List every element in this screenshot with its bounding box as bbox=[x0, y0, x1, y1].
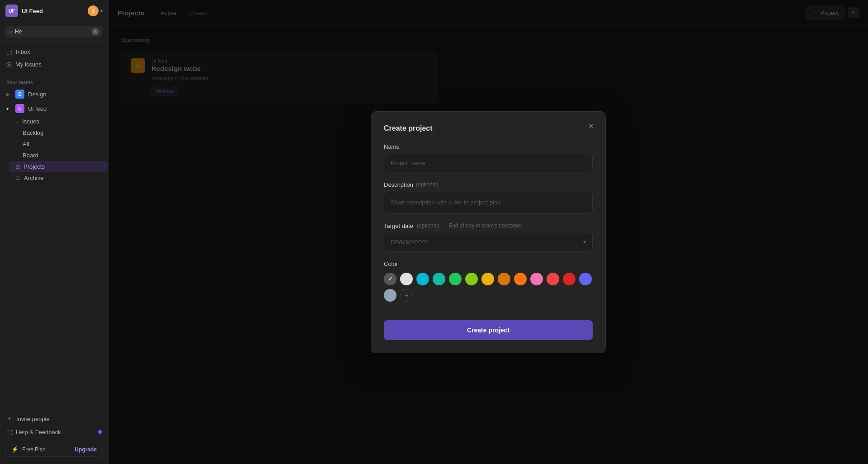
invite-label: Invite people bbox=[16, 416, 50, 422]
color-swatch-indigo[interactable] bbox=[579, 273, 592, 285]
workspace-icon: UF bbox=[5, 5, 18, 17]
modal-title: Create project bbox=[384, 124, 593, 133]
name-form-group: Name bbox=[384, 143, 593, 172]
date-picker-button[interactable]: DD/MM/YYYY ▾ bbox=[384, 233, 593, 251]
plus-icon: ＋ bbox=[6, 415, 13, 423]
color-swatch-red[interactable] bbox=[547, 273, 559, 285]
sidebar-footer: ＋ Invite people ⬚ Help & Feedback ⚡ Free… bbox=[0, 408, 108, 464]
plan-icon: ⚡ bbox=[11, 446, 19, 453]
search-input-wrap[interactable]: ⌕ He ✕ bbox=[5, 26, 103, 38]
name-label: Name bbox=[384, 143, 593, 150]
archive-icon: ☰ bbox=[15, 175, 20, 181]
issues-icon: ○ bbox=[15, 118, 19, 125]
sidebar-item-uifeed-team[interactable]: ▾ U Ui feed bbox=[0, 101, 108, 116]
avatar[interactable]: J bbox=[88, 5, 99, 16]
target-date-optional: (optional) bbox=[417, 223, 439, 229]
upgrade-button[interactable]: Upgrade bbox=[75, 446, 97, 453]
sidebar-item-backlog[interactable]: Backlog bbox=[16, 127, 108, 138]
all-label: All bbox=[23, 141, 29, 147]
uifeed-sub-nav: ○ Issues Backlog All Board ⊞ Projects ☰ … bbox=[9, 116, 108, 184]
expand-icon: ▶ bbox=[6, 92, 12, 97]
target-date-label: Target date bbox=[384, 223, 413, 229]
search-icon: ⌕ bbox=[9, 28, 12, 35]
backlog-label: Backlog bbox=[23, 129, 43, 136]
sidebar-header: UF UI Feed J ▾ bbox=[0, 0, 108, 22]
color-custom-add-button[interactable]: ＋ bbox=[400, 289, 413, 302]
my-issues-icon: ◎ bbox=[6, 61, 12, 68]
issues-label: Issues bbox=[22, 118, 39, 125]
color-form-group: Color ＋ bbox=[384, 260, 593, 302]
upgrade-banner: ⚡ Free Plan Upgrade bbox=[5, 442, 103, 457]
sidebar-item-issues[interactable]: ○ Issues bbox=[9, 116, 108, 127]
color-swatch-green[interactable] bbox=[449, 273, 462, 285]
date-chevron-icon: ▾ bbox=[583, 239, 586, 245]
sidebar: UF UI Feed J ▾ ⌕ He ✕ ⬚ Inbox ◎ My issue… bbox=[0, 0, 108, 464]
color-swatch-amber[interactable] bbox=[498, 273, 510, 285]
project-description-input[interactable] bbox=[384, 192, 593, 213]
color-label: Color bbox=[384, 260, 593, 267]
uifeed-team-icon: U bbox=[15, 104, 24, 113]
projects-icon: ⊞ bbox=[15, 164, 20, 170]
target-date-label-row: Target date (optional) - End of day in t… bbox=[384, 223, 593, 229]
color-swatch-lime[interactable] bbox=[465, 273, 478, 285]
color-swatch-slate[interactable] bbox=[384, 289, 396, 302]
sidebar-nav: ⬚ Inbox ◎ My issues bbox=[0, 42, 108, 74]
target-date-timezone-info: End of day in team's timezone bbox=[448, 223, 521, 229]
target-date-form-group: Target date (optional) - End of day in t… bbox=[384, 223, 593, 251]
search-value: He bbox=[15, 28, 89, 35]
help-label: Help & Feedback bbox=[16, 429, 61, 436]
plan-label: Free Plan bbox=[22, 446, 46, 453]
workspace-name: UI Feed bbox=[22, 8, 84, 14]
sidebar-item-all[interactable]: All bbox=[16, 138, 108, 150]
uifeed-team-label: Ui feed bbox=[28, 105, 47, 112]
sidebar-item-inbox[interactable]: ⬚ Inbox bbox=[0, 45, 108, 58]
inbox-icon: ⬚ bbox=[6, 48, 12, 55]
sidebar-item-board[interactable]: Board bbox=[16, 150, 108, 161]
color-swatch-white[interactable] bbox=[400, 273, 413, 285]
color-swatch-dark-red[interactable] bbox=[563, 273, 576, 285]
search-bar: ⌕ He ✕ bbox=[0, 22, 108, 42]
design-team-label: Design bbox=[28, 91, 46, 98]
color-swatch-pink[interactable] bbox=[530, 273, 543, 285]
create-project-submit-button[interactable]: Create project bbox=[384, 320, 593, 340]
help-icon: ⬚ bbox=[6, 428, 12, 436]
modal-overlay: Create project ✕ Name Description (optio… bbox=[108, 0, 868, 464]
description-optional: (optional) bbox=[416, 181, 439, 188]
sidebar-item-archive[interactable]: ☰ Archive bbox=[9, 172, 108, 184]
avatar-chevron-icon: ▾ bbox=[100, 9, 103, 14]
invite-people-button[interactable]: ＋ Invite people bbox=[0, 412, 108, 426]
description-label: Description (optional) bbox=[384, 181, 593, 188]
modal-divider bbox=[371, 311, 605, 311]
design-team-icon: D bbox=[15, 90, 24, 99]
projects-label: Projects bbox=[24, 163, 45, 170]
main-content-area: Projects · Active Closed ＋ Project ＋ Upc… bbox=[108, 0, 868, 464]
notification-dot bbox=[98, 430, 102, 434]
color-swatches-row: ＋ bbox=[384, 273, 593, 302]
target-date-separator: - bbox=[443, 223, 445, 229]
help-feedback-button[interactable]: ⬚ Help & Feedback bbox=[0, 426, 108, 438]
archive-label: Archive bbox=[24, 175, 43, 181]
modal-close-button[interactable]: ✕ bbox=[585, 121, 596, 132]
sidebar-item-design-team[interactable]: ▶ D Design bbox=[0, 87, 108, 101]
create-project-modal: Create project ✕ Name Description (optio… bbox=[371, 111, 606, 353]
color-swatch-dark-gray[interactable] bbox=[384, 273, 396, 285]
color-swatch-orange[interactable] bbox=[514, 273, 527, 285]
color-swatch-teal[interactable] bbox=[433, 273, 445, 285]
search-clear-button[interactable]: ✕ bbox=[92, 28, 99, 35]
project-name-input[interactable] bbox=[384, 154, 593, 172]
expand-chevron-icon: ▾ bbox=[6, 106, 12, 111]
teams-section-label: Your teams bbox=[0, 74, 108, 87]
avatar-group[interactable]: J ▾ bbox=[88, 5, 103, 16]
board-label: Board bbox=[23, 152, 38, 159]
date-placeholder: DD/MM/YYYY bbox=[391, 239, 428, 246]
description-form-group: Description (optional) bbox=[384, 181, 593, 213]
inbox-label: Inbox bbox=[16, 48, 30, 55]
sidebar-item-my-issues[interactable]: ◎ My issues bbox=[0, 58, 108, 71]
color-swatch-cyan[interactable] bbox=[416, 273, 429, 285]
sidebar-item-projects[interactable]: ⊞ Projects bbox=[9, 161, 108, 172]
my-issues-label: My issues bbox=[15, 61, 42, 68]
color-swatch-yellow[interactable] bbox=[481, 273, 494, 285]
